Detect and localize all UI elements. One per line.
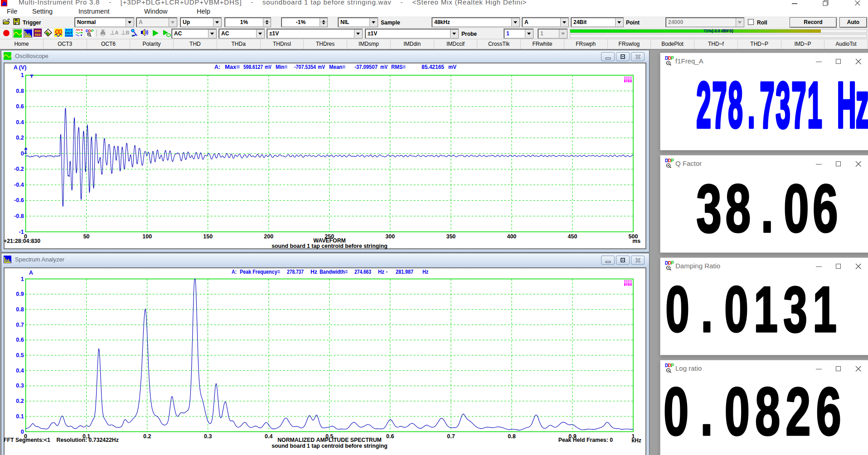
svg-text:2: 2 [696,68,711,141]
svg-text:6: 6 [813,170,838,247]
svg-text:z: z [856,68,868,141]
svg-text:.: . [761,170,774,247]
svg-text:6: 6 [816,374,841,450]
svg-text:7: 7 [760,68,775,141]
svg-text:8: 8 [728,68,743,141]
svg-text:7: 7 [712,68,727,141]
svg-text:0: 0 [784,170,809,247]
svg-text:0: 0 [724,374,750,450]
svg-text:.: . [701,273,713,346]
svg-text:3: 3 [776,68,790,141]
svg-text:0: 0 [724,273,748,346]
svg-text:0: 0 [665,273,689,346]
svg-text:H: H [837,68,856,141]
svg-text:1: 1 [813,273,837,346]
svg-text:3: 3 [783,273,807,346]
svg-text:P: P [91,29,94,33]
svg-text:3: 3 [696,170,722,247]
svg-text:7: 7 [791,68,806,141]
svg-text:8: 8 [725,170,751,247]
svg-text:1: 1 [754,273,778,346]
svg-text:888: 888 [34,33,41,37]
svg-text:.: . [700,374,713,450]
svg-text:.: . [747,68,755,141]
svg-text:2: 2 [786,374,811,450]
svg-text:0: 0 [664,374,689,450]
svg-text:1: 1 [807,68,822,141]
svg-text:oooo: oooo [65,34,73,37]
svg-text:8: 8 [755,374,781,450]
